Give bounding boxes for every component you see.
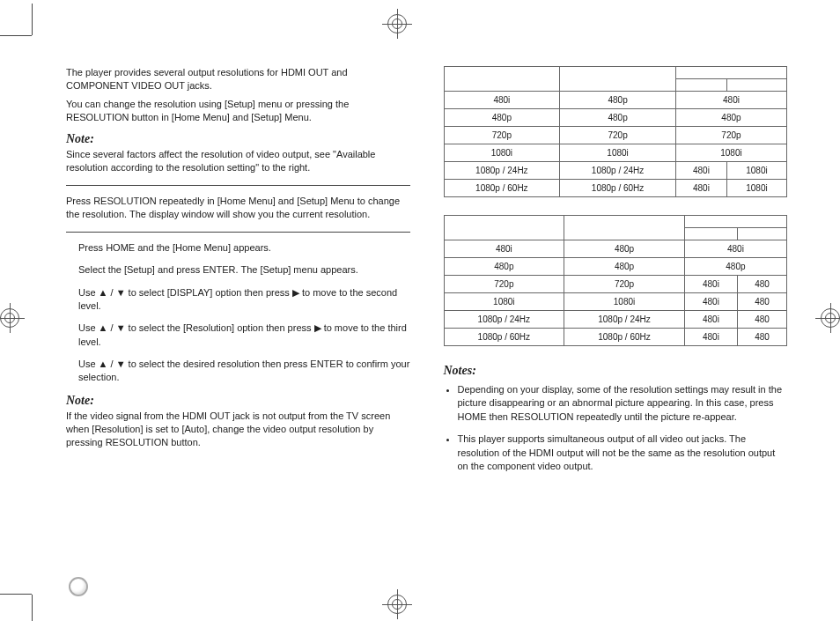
step-item: Use ▲ / ▼ to select the [Resolution] opt… (78, 322, 410, 349)
resolution-table-1: 480i480p480i 480p480p480p 720p720p720p 1… (444, 66, 788, 197)
step-item: Use ▲ / ▼ to select the desired resoluti… (78, 358, 410, 385)
notes-heading: Notes: (444, 364, 788, 378)
step-item: Use ▲ / ▼ to select [DISPLAY] option the… (78, 286, 410, 314)
page-content: The player provides several output resol… (66, 66, 787, 586)
table-row: 480p480p480p (444, 109, 787, 127)
notes-list: Depending on your display, some of the r… (458, 383, 788, 473)
divider (66, 232, 410, 233)
table-row: 1080i1080i480i480 (444, 293, 787, 311)
note-heading-2: Note: (66, 394, 410, 408)
step-item: Select the [Setup] and press ENTER. The … (78, 263, 410, 277)
divider (66, 185, 410, 186)
table-row: 480p480p480p (444, 258, 787, 276)
right-column: 480i480p480i 480p480p480p 720p720p720p 1… (444, 66, 788, 586)
press-resolution-para: Press RESOLUTION repeatedly in [Home Men… (66, 195, 410, 221)
note-body-1: Since several factors affect the resolut… (66, 148, 410, 174)
intro-para-1: The player provides several output resol… (66, 66, 410, 92)
table-row: 1080p / 24Hz1080p / 24Hz480i480 (444, 311, 787, 329)
left-column: The player provides several output resol… (66, 66, 410, 586)
page-number-orb (69, 577, 88, 596)
note-body-2: If the video signal from the HDMI OUT ja… (66, 410, 410, 449)
table-row: 720p720p480i480 (444, 276, 787, 293)
table-row: 720p720p720p (444, 127, 787, 144)
note-item: Depending on your display, some of the r… (458, 383, 788, 424)
table-row: 480i480p480i (444, 240, 787, 258)
steps-list: Press HOME and the [Home Menu] appears. … (78, 241, 410, 385)
table-row: 1080p / 60Hz1080p / 60Hz480i1080i (444, 180, 787, 197)
table-row: 480i480p480i (444, 92, 787, 109)
intro-para-2: You can change the resolution using [Set… (66, 98, 410, 124)
note-heading-1: Note: (66, 132, 410, 146)
resolution-table-2: 480i480p480i 480p480p480p 720p720p480i48… (444, 215, 788, 346)
step-item: Press HOME and the [Home Menu] appears. (78, 241, 410, 255)
table-row: 1080p / 24Hz1080p / 24Hz480i1080i (444, 162, 787, 180)
table-row: 1080i1080i1080i (444, 144, 787, 162)
table-row: 1080p / 60Hz1080p / 60Hz480i480 (444, 329, 787, 346)
note-item: This player supports simultaneous output… (458, 432, 788, 473)
